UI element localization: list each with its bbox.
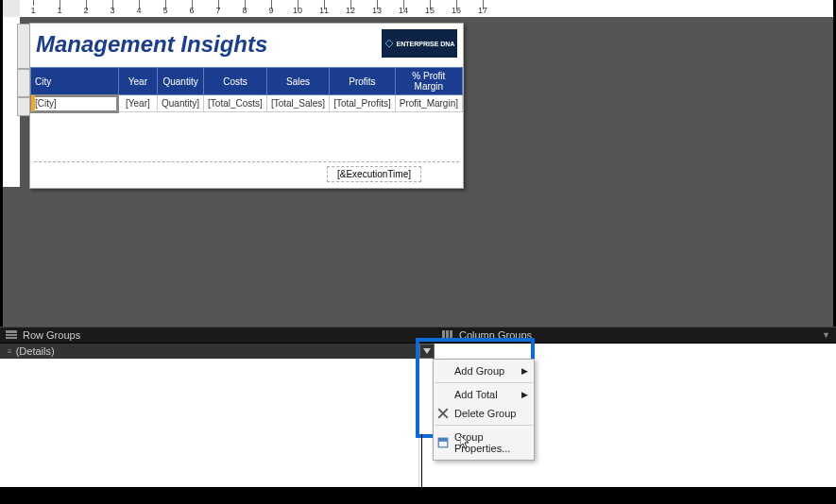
menu-add-group[interactable]: Add Group▶ (434, 361, 534, 380)
header-row: City Year Quantity Costs Sales Profits %… (31, 68, 463, 95)
vertical-divider (421, 434, 422, 487)
col-header-sales[interactable]: Sales (266, 68, 329, 95)
detail-row: [City] [Year] Quantity] [Total_Costs] [T… (31, 95, 463, 112)
cell-costs[interactable]: [Total_Costs] (204, 95, 267, 112)
tablix[interactable]: City Year Quantity Costs Sales Profits %… (30, 67, 463, 112)
row-handle[interactable] (17, 97, 30, 116)
row-groups-list[interactable]: ≡ (Details) (0, 344, 419, 487)
svg-rect-1 (6, 334, 17, 336)
col-header-costs[interactable]: Costs (204, 68, 267, 95)
svg-rect-4 (446, 330, 449, 340)
ruler-corner (3, 0, 20, 17)
groups-header-bar: Row Groups Column Groups ▼ (0, 327, 836, 344)
row-groups-header[interactable]: Row Groups (0, 328, 436, 343)
col-header-city[interactable]: City (31, 68, 119, 95)
row-groups-icon (6, 330, 17, 340)
cell-profit-margin[interactable]: Profit_Margin] (395, 95, 462, 112)
row-handles (17, 24, 30, 188)
col-header-profit-margin[interactable]: % Profit Margin (395, 68, 462, 95)
column-groups-list[interactable]: Add Group▶ Add Total▶ Delete Group Group… (419, 344, 836, 487)
cell-profits[interactable]: [Total_Profits] (330, 95, 396, 112)
logo-icon (384, 39, 394, 48)
column-groups-label: Column Groups (459, 329, 532, 341)
group-dropdown-button[interactable] (419, 344, 435, 359)
svg-rect-3 (442, 330, 445, 340)
row-handle[interactable] (17, 69, 30, 97)
cell-sales[interactable]: [Total_Sales] (266, 95, 329, 112)
col-header-quantity[interactable]: Quantity (158, 68, 204, 95)
status-bar (0, 487, 836, 504)
properties-icon (437, 437, 449, 448)
report-body[interactable]: Management Insights ENTERPRISE DNA City … (29, 23, 464, 189)
collapse-icon[interactable]: ≡ (8, 347, 12, 356)
submenu-arrow-icon: ▶ (521, 390, 528, 399)
menu-separator (435, 425, 532, 426)
menu-separator (435, 382, 532, 383)
page-footer[interactable]: [&ExecutionTime] (34, 161, 459, 182)
menu-group-properties[interactable]: Group Properties... (434, 428, 534, 458)
col-header-profits[interactable]: Profits (330, 68, 396, 95)
menu-add-total[interactable]: Add Total▶ (434, 385, 534, 404)
design-surface[interactable]: 1 1 2 3 4 5 6 7 8 9 10 11 12 13 14 15 16… (0, 0, 836, 327)
column-groups-header[interactable]: Column Groups ▼ (436, 328, 836, 343)
svg-rect-7 (438, 438, 448, 442)
menu-delete-group[interactable]: Delete Group (434, 404, 534, 423)
row-handle[interactable] (17, 24, 30, 69)
col-header-year[interactable]: Year (118, 68, 157, 95)
row-groups-label: Row Groups (23, 329, 80, 341)
logo-enterprise-dna: ENTERPRISE DNA (382, 29, 457, 58)
chevron-down-icon (423, 348, 431, 354)
groups-panel: ≡ (Details) Add Group▶ Add Total▶ Delete… (0, 344, 836, 487)
chevron-down-icon[interactable]: ▼ (822, 330, 830, 340)
group-context-menu: Add Group▶ Add Total▶ Delete Group Group… (433, 359, 535, 461)
cursor-icon (460, 435, 471, 450)
cell-city[interactable]: [City] (31, 95, 119, 112)
details-group-label: (Details) (16, 345, 55, 357)
execution-time-placeholder[interactable]: [&ExecutionTime] (327, 166, 421, 182)
details-group-item[interactable]: ≡ (Details) (0, 344, 418, 359)
delete-icon (437, 408, 449, 419)
cell-quantity[interactable]: Quantity] (158, 95, 204, 112)
submenu-arrow-icon: ▶ (521, 366, 528, 376)
horizontal-ruler: 1 1 2 3 4 5 6 7 8 9 10 11 12 13 14 15 16… (20, 0, 833, 17)
svg-rect-5 (450, 330, 452, 340)
svg-rect-2 (6, 337, 17, 339)
column-groups-icon (442, 330, 453, 340)
cell-year[interactable]: [Year] (118, 95, 157, 112)
svg-rect-0 (6, 330, 17, 333)
